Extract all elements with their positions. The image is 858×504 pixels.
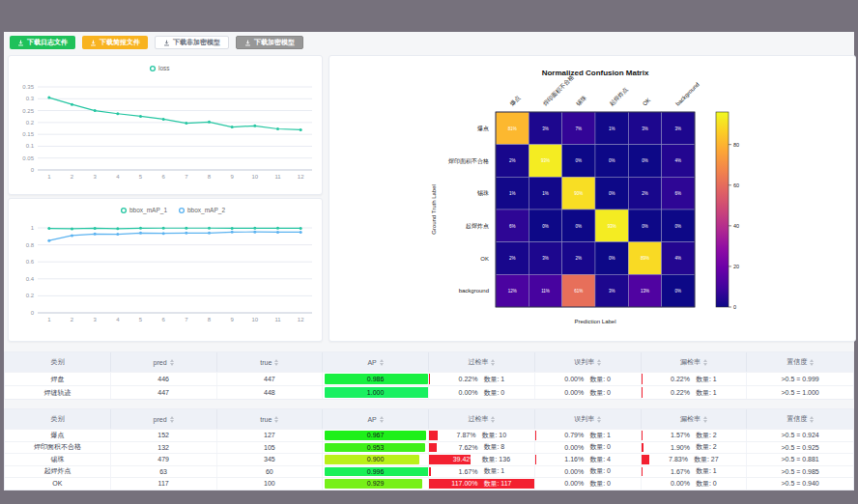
class-cell: OK	[5, 478, 111, 490]
mis-count-value: 数量: 0	[589, 375, 611, 384]
column-header-ap[interactable]: AP	[323, 352, 429, 372]
svg-text:90%: 90%	[574, 191, 583, 196]
svg-text:13%: 13%	[641, 289, 649, 294]
class-cell-value: 焊印面积不合格	[34, 442, 81, 452]
confidence-cell: >0.5 = 0.924	[747, 430, 853, 441]
x-axis-labels: 123456789101112	[47, 174, 304, 180]
confidence-cell-value: >0.5 = 0.940	[781, 480, 818, 487]
sort-carets-icon[interactable]	[491, 416, 495, 423]
svg-text:3%: 3%	[642, 126, 648, 131]
svg-text:background: background	[459, 288, 489, 294]
column-header-true[interactable]: true	[217, 409, 324, 429]
column-header-miss[interactable]: 漏检率	[642, 352, 748, 372]
over-rate-cell: 7.87%数量: 10	[429, 430, 535, 441]
download-log-button[interactable]: 下载日志文件	[10, 36, 75, 49]
miss-count-value: 数量: 2	[696, 431, 717, 440]
true-cell-value: 448	[264, 389, 275, 396]
sort-carets-icon[interactable]	[170, 416, 174, 423]
gridlines	[38, 228, 312, 313]
sort-carets-icon[interactable]	[170, 359, 174, 366]
over-rate-bar	[429, 374, 430, 384]
confidence-cell: >0.5 = 0.999	[747, 373, 853, 385]
column-header-over[interactable]: 过检率	[429, 352, 535, 372]
svg-text:0: 0	[733, 304, 736, 310]
svg-text:5: 5	[139, 174, 143, 180]
over-count-value: 数量: 8	[483, 442, 504, 452]
column-header-conf[interactable]: 置信度	[747, 352, 853, 372]
miss-count-value: 数量: 2	[696, 442, 717, 452]
column-header-miss[interactable]: 漏检率	[642, 409, 748, 429]
sort-carets-icon[interactable]	[597, 359, 601, 366]
class-cell-value: 爆点	[50, 431, 64, 440]
mis-rate-value: 0.00%	[564, 389, 584, 396]
over-rate-cell: 1.67%数量: 1	[429, 466, 535, 478]
legend-marker-loss[interactable]	[151, 67, 156, 71]
column-header-mis[interactable]: 误判率	[535, 409, 642, 429]
sort-carets-icon[interactable]	[703, 416, 707, 423]
over-rate-value: 117.00%	[451, 480, 477, 487]
column-header-pred[interactable]: pred	[111, 352, 217, 372]
mis-count-value: 数量: 1	[589, 431, 611, 440]
sort-carets-icon[interactable]	[597, 416, 601, 423]
mis-rate-value: 0.00%	[564, 468, 584, 475]
column-header-class: 类别	[5, 352, 111, 372]
column-header-pred[interactable]: pred	[111, 409, 217, 429]
over-rate-bar	[429, 443, 437, 453]
svg-text:0.6: 0.6	[26, 259, 35, 265]
svg-text:80: 80	[733, 142, 739, 148]
over-count-value: 数量: 10	[481, 431, 506, 440]
matrix-ylabel: Ground Truth Label	[431, 184, 437, 235]
svg-text:5: 5	[139, 317, 143, 322]
over-rate-value: 7.62%	[459, 444, 478, 451]
download-unencrypted-model-button[interactable]: 下载非加密模型	[155, 36, 229, 49]
sort-carets-icon[interactable]	[380, 416, 384, 423]
legend-marker-bbox_mAP_2[interactable]	[180, 209, 185, 213]
sort-carets-icon[interactable]	[380, 359, 384, 366]
colorbar-ticks: 020406080	[729, 142, 739, 310]
pred-cell: 479	[111, 454, 217, 465]
legend[interactable]: bbox_mAP_1bbox_mAP_2	[122, 207, 226, 214]
column-header-mis[interactable]: 误判率	[535, 352, 642, 372]
download-report-button[interactable]: 下载简报文件	[82, 36, 148, 49]
column-header-ap[interactable]: AP	[323, 409, 429, 429]
svg-text:7%: 7%	[576, 126, 583, 131]
column-header-label: AP	[367, 416, 376, 423]
legend-label-bbox_mAP_1[interactable]: bbox_mAP_1	[129, 207, 167, 214]
mis-rate-bar	[535, 431, 536, 440]
true-cell-value: 105	[264, 444, 275, 451]
miss-rate-value: 1.90%	[671, 444, 690, 451]
legend-label-loss[interactable]: loss	[158, 65, 170, 71]
svg-text:2%: 2%	[509, 158, 516, 163]
sort-carets-icon[interactable]	[274, 359, 278, 366]
svg-text:9: 9	[230, 174, 234, 180]
pred-cell-value: 132	[157, 444, 169, 451]
svg-text:0.25: 0.25	[22, 108, 34, 114]
miss-count-value: 数量: 27	[694, 455, 719, 464]
sort-carets-icon[interactable]	[810, 416, 814, 423]
miss-rate-cell: 7.83%数量: 27	[642, 454, 748, 465]
legend-marker-bbox_mAP_1[interactable]	[122, 209, 127, 213]
column-header-true[interactable]: true	[217, 352, 324, 372]
svg-text:8: 8	[208, 317, 212, 322]
svg-text:3: 3	[93, 174, 97, 180]
column-header-over[interactable]: 过检率	[429, 409, 535, 429]
svg-text:2%: 2%	[509, 256, 516, 261]
legend-label-bbox_mAP_2[interactable]: bbox_mAP_2	[187, 207, 225, 214]
column-header-conf[interactable]: 置信度	[747, 409, 853, 429]
column-header-label: 过检率	[468, 414, 488, 424]
true-cell: 345	[217, 454, 324, 465]
sort-carets-icon[interactable]	[703, 359, 707, 366]
svg-text:1%: 1%	[509, 191, 516, 196]
svg-text:11: 11	[274, 317, 281, 322]
download-encrypted-model-button[interactable]: 下载加密模型	[236, 36, 303, 49]
svg-text:6%: 6%	[509, 224, 516, 229]
sort-carets-icon[interactable]	[274, 416, 278, 423]
column-header-class: 类别	[5, 409, 111, 429]
legend[interactable]: loss	[151, 65, 171, 71]
mis-rate-value: 0.00%	[564, 376, 584, 382]
sort-carets-icon[interactable]	[810, 359, 814, 366]
svg-text:0.4: 0.4	[26, 276, 35, 282]
sort-carets-icon[interactable]	[491, 359, 495, 366]
svg-text:0%: 0%	[675, 289, 682, 294]
confidence-cell: >0.5 = 0.881	[747, 454, 853, 465]
